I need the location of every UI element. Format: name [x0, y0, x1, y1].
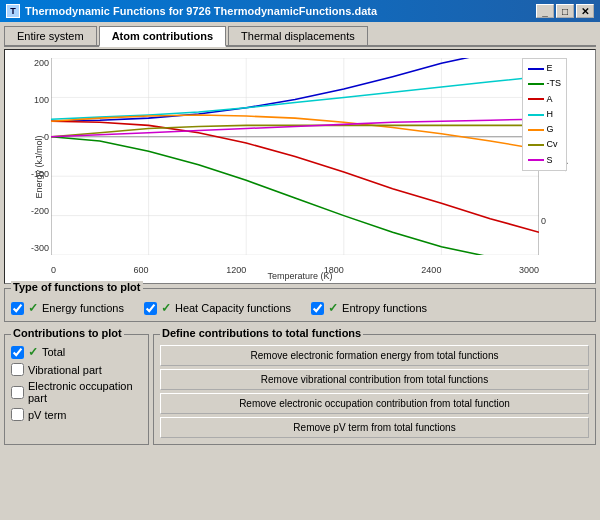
entropy-functions-checkbox-row[interactable]: ✓ Entropy functions: [311, 301, 427, 315]
restore-button[interactable]: □: [556, 4, 574, 18]
tab-thermal-displacements[interactable]: Thermal displacements: [228, 26, 368, 45]
define-contributions-title: Define contributions to total functions: [160, 327, 363, 339]
remove-electronic-formation-button[interactable]: Remove electronic formation energy from …: [160, 345, 589, 366]
vibrational-checkbox[interactable]: [11, 363, 24, 376]
functions-group-title: Type of functions to plot: [11, 281, 143, 293]
electronic-occupation-checkbox-row[interactable]: Electronic occupation part: [11, 380, 142, 404]
total-checkbox[interactable]: [11, 346, 24, 359]
energy-functions-checkbox-row[interactable]: ✓ Energy functions: [11, 301, 124, 315]
title-bar-icon: T: [6, 4, 20, 18]
contributions-group: Contributions to plot ✓ Total Vibrationa…: [4, 334, 149, 445]
tab-atom-contributions[interactable]: Atom contributions: [99, 26, 226, 47]
total-label: Total: [42, 346, 65, 358]
chart-legend: E -TS A H G Cv S: [522, 58, 568, 171]
minimize-button[interactable]: _: [536, 4, 554, 18]
heat-capacity-checkbox-row[interactable]: ✓ Heat Capacity functions: [144, 301, 291, 315]
entropy-functions-label: Entropy functions: [342, 302, 427, 314]
contributions-group-title: Contributions to plot: [11, 327, 124, 339]
pv-term-checkbox[interactable]: [11, 408, 24, 421]
tab-entire-system[interactable]: Entire system: [4, 26, 97, 45]
vibrational-checkbox-row[interactable]: Vibrational part: [11, 363, 142, 376]
vibrational-label: Vibrational part: [28, 364, 102, 376]
remove-vibrational-contribution-button[interactable]: Remove vibrational contribution from tot…: [160, 369, 589, 390]
heat-capacity-checkbox[interactable]: [144, 302, 157, 315]
title-bar: T Thermodynamic Functions for 9726 Therm…: [0, 0, 600, 22]
remove-pv-term-button[interactable]: Remove pV term from total functions: [160, 417, 589, 438]
electronic-occupation-label: Electronic occupation part: [28, 380, 142, 404]
define-contributions-group: Define contributions to total functions …: [153, 334, 596, 445]
pv-term-checkbox-row[interactable]: pV term: [11, 408, 142, 421]
remove-electronic-occupation-button[interactable]: Remove electronic occupation contributio…: [160, 393, 589, 414]
total-checkbox-row[interactable]: ✓ Total: [11, 345, 142, 359]
entropy-functions-checkbox[interactable]: [311, 302, 324, 315]
heat-capacity-label: Heat Capacity functions: [175, 302, 291, 314]
close-button[interactable]: ✕: [576, 4, 594, 18]
energy-functions-label: Energy functions: [42, 302, 124, 314]
chart-svg: [51, 58, 539, 255]
energy-functions-checkbox[interactable]: [11, 302, 24, 315]
electronic-occupation-checkbox[interactable]: [11, 386, 24, 399]
tab-bar: Entire system Atom contributions Thermal…: [4, 26, 596, 47]
window-title: Thermodynamic Functions for 9726 Thermod…: [25, 5, 377, 17]
functions-group: Type of functions to plot ✓ Energy funct…: [4, 288, 596, 322]
pv-term-label: pV term: [28, 409, 67, 421]
chart-area: Energy (kJ/mol) Heat Capacity Temperatur…: [4, 49, 596, 284]
